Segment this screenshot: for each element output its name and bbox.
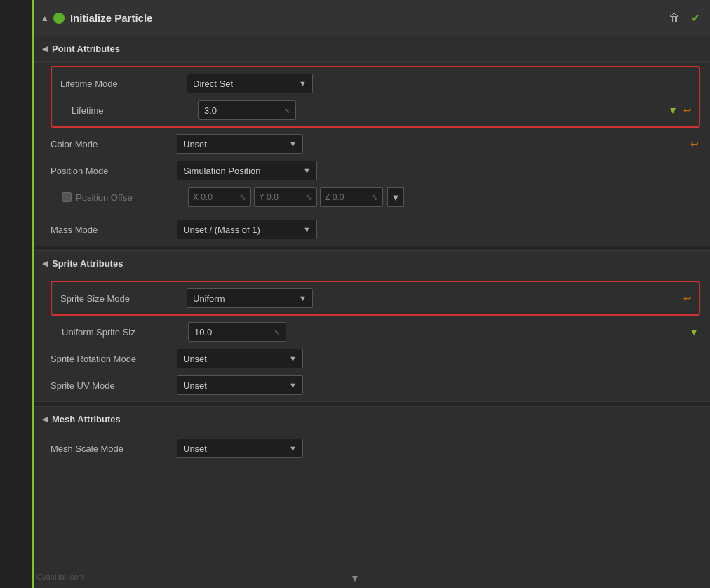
y-value: Y 0.0	[259, 192, 279, 202]
sprite-attributes-header: ◀ Sprite Attributes	[34, 251, 710, 276]
scroll-down-icon[interactable]: ▼	[350, 573, 360, 584]
sprite-attributes-section: Sprite Size Mode Uniform ▼ ↩ Uniform Spr…	[34, 276, 710, 401]
collapse-arrow-icon[interactable]: ▲	[41, 13, 49, 23]
sprite-section-collapse-icon[interactable]: ◀	[42, 259, 48, 268]
mesh-attributes-section: Mesh Scale Mode Unset ▼	[34, 432, 710, 465]
mass-mode-label: Mass Mode	[51, 225, 177, 235]
mass-mode-dropdown[interactable]: Unset / (Mass of 1) ▼	[177, 220, 317, 239]
z-value: Z 0.0	[325, 192, 344, 202]
mesh-scale-mode-row: Mesh Scale Mode Unset ▼	[34, 435, 710, 462]
mass-mode-row: Mass Mode Unset / (Mass of 1) ▼	[34, 216, 710, 243]
color-mode-controls: Unset ▼	[177, 134, 689, 154]
lifetime-mode-dropdown[interactable]: Direct Set ▼	[187, 74, 313, 93]
point-attributes-section: Lifetime Mode Direct Set ▼ Lifetime 3.0 …	[34, 62, 710, 246]
position-offset-z-input: Z 0.0 ⤡	[320, 187, 383, 207]
lifetime-row-actions: ▼ ↩	[667, 103, 693, 117]
sprite-size-highlight-box: Sprite Size Mode Uniform ▼ ↩	[51, 281, 700, 316]
lifetime-expand-button[interactable]: ▼	[667, 103, 679, 117]
lifetime-resize-icon: ⤡	[284, 107, 290, 114]
sprite-uv-mode-controls: Unset ▼	[177, 375, 700, 395]
color-mode-dropdown[interactable]: Unset ▼	[177, 134, 303, 154]
node-header: ▲ Initialize Particle 🗑 ✔	[34, 0, 710, 36]
lifetime-reset-button[interactable]: ↩	[682, 103, 693, 117]
lifetime-mode-controls: Direct Set ▼	[187, 74, 693, 93]
sprite-rotation-mode-row: Sprite Rotation Mode Unset ▼	[34, 345, 710, 372]
uniform-sprite-size-controls: 10.0 ⤡	[188, 322, 688, 342]
x-value: X 0.0	[193, 192, 213, 202]
watermark: CyanHall.com	[36, 573, 84, 581]
uniform-sprite-resize-icon: ⤡	[274, 328, 280, 336]
position-offset-checkbox[interactable]	[62, 192, 72, 202]
lifetime-value-row: Lifetime 3.0 ⤡ ▼ ↩	[52, 97, 699, 123]
position-mode-arrow-icon: ▼	[303, 166, 311, 175]
mass-mode-controls: Unset / (Mass of 1) ▼	[177, 220, 700, 239]
sprite-uv-mode-value: Unset	[183, 380, 207, 391]
position-mode-dropdown[interactable]: Simulation Position ▼	[177, 161, 317, 180]
lifetime-controls: 3.0 ⤡	[198, 100, 667, 120]
sprite-rotation-mode-controls: Unset ▼	[177, 349, 700, 368]
position-offset-x-input: X 0.0 ⤡	[188, 187, 251, 207]
sprite-size-mode-row: Sprite Size Mode Uniform ▼ ↩	[52, 285, 699, 312]
mesh-scale-mode-label: Mesh Scale Mode	[51, 443, 177, 454]
sprite-size-mode-dropdown[interactable]: Uniform ▼	[187, 288, 313, 308]
mesh-section-collapse-icon[interactable]: ◀	[42, 415, 48, 424]
sprite-uv-mode-label: Sprite UV Mode	[51, 380, 177, 391]
uniform-sprite-size-actions: ▼	[688, 325, 700, 339]
mesh-scale-mode-controls: Unset ▼	[177, 439, 700, 458]
position-mode-controls: Simulation Position ▼	[177, 161, 700, 180]
delete-button[interactable]: 🗑	[666, 11, 683, 26]
lifetime-mode-label: Lifetime Mode	[60, 79, 187, 89]
color-mode-row: Color Mode Unset ▼ ↩	[34, 131, 710, 157]
enable-checkbox[interactable]: ✔	[688, 10, 703, 26]
uniform-sprite-expand-button[interactable]: ▼	[688, 325, 700, 339]
mesh-attributes-header: ◀ Mesh Attributes	[34, 407, 710, 432]
main-container: ▲ Initialize Particle 🗑 ✔ ◀ Point Attrib…	[0, 0, 710, 588]
content-area: ▲ Initialize Particle 🗑 ✔ ◀ Point Attrib…	[34, 0, 710, 588]
mesh-scale-mode-dropdown[interactable]: Unset ▼	[177, 439, 303, 458]
mass-mode-arrow-icon: ▼	[303, 225, 311, 234]
mass-mode-value: Unset / (Mass of 1)	[183, 225, 260, 235]
lifetime-input[interactable]: 3.0 ⤡	[198, 100, 296, 120]
uniform-sprite-size-value: 10.0	[194, 327, 212, 338]
position-offset-label: Position Offse	[76, 192, 133, 203]
sprite-uv-mode-arrow-icon: ▼	[289, 381, 297, 389]
header-actions: 🗑 ✔	[666, 10, 703, 26]
node-title: Initialize Particle	[70, 12, 666, 24]
point-attributes-header: ◀ Point Attributes	[34, 36, 710, 62]
section-divider-2	[34, 401, 710, 407]
sprite-size-mode-controls: Uniform ▼	[187, 288, 682, 308]
lifetime-label: Lifetime	[72, 105, 198, 116]
point-attributes-title: Point Attributes	[52, 44, 120, 54]
position-offset-controls: X 0.0 ⤡ Y 0.0 ⤡ Z 0.0 ⤡ ▼	[188, 187, 700, 207]
lifetime-mode-row: Lifetime Mode Direct Set ▼	[52, 70, 699, 97]
sprite-attributes-title: Sprite Attributes	[52, 258, 123, 269]
sprite-rotation-mode-dropdown[interactable]: Unset ▼	[177, 349, 303, 368]
sprite-rotation-mode-value: Unset	[183, 354, 207, 364]
sprite-size-mode-label: Sprite Size Mode	[60, 293, 187, 304]
lifetime-highlight-box: Lifetime Mode Direct Set ▼ Lifetime 3.0 …	[51, 66, 700, 128]
node-status-icon	[53, 13, 65, 24]
sprite-size-mode-reset-button[interactable]: ↩	[682, 291, 693, 305]
section-divider-1	[34, 246, 710, 251]
position-offset-y-input: Y 0.0 ⤡	[254, 187, 317, 207]
sprite-uv-mode-dropdown[interactable]: Unset ▼	[177, 375, 303, 395]
lifetime-mode-value: Direct Set	[193, 79, 233, 89]
sprite-size-mode-value: Uniform	[193, 293, 225, 304]
color-mode-actions: ↩	[689, 137, 700, 151]
mesh-scale-mode-arrow-icon: ▼	[289, 444, 297, 453]
color-mode-reset-button[interactable]: ↩	[689, 137, 700, 151]
uniform-sprite-size-input[interactable]: 10.0 ⤡	[188, 322, 286, 342]
lifetime-mode-arrow-icon: ▼	[299, 79, 307, 88]
position-mode-label: Position Mode	[51, 166, 177, 176]
section-collapse-icon[interactable]: ◀	[42, 44, 48, 53]
position-offset-row: Position Offse X 0.0 ⤡ Y 0.0 ⤡ Z 0.0 ⤡	[34, 184, 710, 211]
uniform-sprite-size-row: Uniform Sprite Siz 10.0 ⤡ ▼	[34, 319, 710, 345]
uniform-sprite-size-label: Uniform Sprite Siz	[62, 327, 188, 338]
mesh-attributes-title: Mesh Attributes	[52, 414, 121, 425]
sprite-rotation-mode-arrow-icon: ▼	[289, 354, 297, 363]
lifetime-value: 3.0	[204, 105, 217, 116]
z-resize-icon: ⤡	[371, 192, 378, 202]
color-mode-label: Color Mode	[51, 139, 177, 149]
position-offset-expand-button[interactable]: ▼	[387, 187, 404, 207]
sprite-size-mode-actions: ↩	[682, 291, 693, 305]
